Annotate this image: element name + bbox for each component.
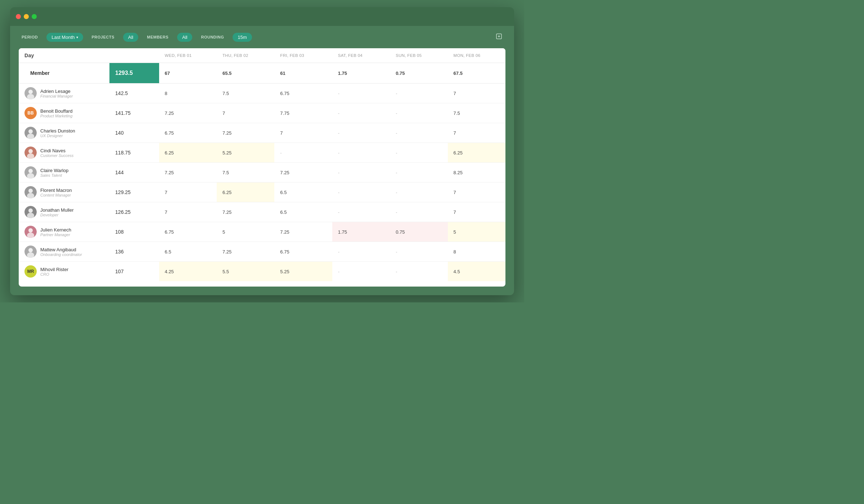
member-col3: 6.75 <box>274 242 332 262</box>
time-table: Day WED, FEB 01 THU, FEB 02 FRI, FEB 03 … <box>19 48 505 281</box>
member-total: 136 <box>109 242 159 262</box>
minimize-button[interactable] <box>24 14 29 19</box>
projects-label: PROJECTS <box>92 35 114 39</box>
members-picker[interactable]: All <box>177 33 192 42</box>
member-name: Julien Kernech <box>40 227 71 233</box>
member-col1: 6.75 <box>159 123 217 143</box>
member-col5: - <box>390 103 447 123</box>
member-name: Mihovil Rister <box>40 267 68 272</box>
member-col3: - <box>274 143 332 163</box>
member-col-label: Member <box>30 70 50 76</box>
member-col6: 8.25 <box>448 163 505 183</box>
member-col1: 8 <box>159 84 217 103</box>
rounding-value: 15m <box>238 35 247 40</box>
member-name-cell: Mattew AngibaudOnboarding coordinator <box>19 242 109 262</box>
table-row: Cindi NavesCustomer Success118.756.255.2… <box>19 143 505 163</box>
svg-point-19 <box>28 208 33 213</box>
svg-point-22 <box>28 228 33 233</box>
member-name-cell: Julien KernechPartner Manager <box>19 222 109 242</box>
member-col4: - <box>332 123 390 143</box>
member-col1: 7 <box>159 202 217 222</box>
rounding-picker[interactable]: 15m <box>233 33 252 42</box>
table-row: Charles DunstonUX Designer1406.757.257--… <box>19 123 505 143</box>
avatar <box>24 246 37 258</box>
member-col3: 7.25 <box>274 222 332 242</box>
member-total: 118.75 <box>109 143 159 163</box>
period-value: Last Month <box>51 35 75 40</box>
member-total: 141.75 <box>109 103 159 123</box>
member-col5: - <box>390 123 447 143</box>
member-col6: 4.5 <box>448 262 505 282</box>
period-picker[interactable]: Last Month ▾ <box>46 33 83 42</box>
members-label: MEMBERS <box>147 35 168 39</box>
member-col4: - <box>332 242 390 262</box>
member-col2: 7.25 <box>217 242 274 262</box>
member-col4: - <box>332 183 390 202</box>
member-col2: 7.5 <box>217 84 274 103</box>
member-col1: 6.5 <box>159 242 217 262</box>
col4-header: SAT, FEB 04 <box>332 48 390 63</box>
member-total: 107 <box>109 262 159 282</box>
member-col3: 6.5 <box>274 202 332 222</box>
member-total: 144 <box>109 163 159 183</box>
member-name-cell: MRMihovil RisterCRO <box>19 262 109 282</box>
member-name-cell: Adrien LesageFinancial Manager <box>19 84 109 103</box>
member-col5: - <box>390 163 447 183</box>
member-role: Customer Success <box>40 153 73 158</box>
member-name: Charles Dunston <box>40 128 75 134</box>
member-col2: 7.25 <box>217 202 274 222</box>
avatar <box>24 186 37 198</box>
member-role: Onboarding coordinator <box>40 252 82 257</box>
member-name-cell: Jonathan MullerDeveloper <box>19 202 109 222</box>
avatar <box>24 127 37 139</box>
member-role: Sales Talent <box>40 173 68 177</box>
fullscreen-button[interactable] <box>32 14 37 19</box>
member-role: Product Marketing <box>40 114 72 118</box>
member-col2: 5.5 <box>217 262 274 282</box>
member-name-cell: Cindi NavesCustomer Success <box>19 143 109 163</box>
table-container: Day WED, FEB 01 THU, FEB 02 FRI, FEB 03 … <box>19 48 505 287</box>
member-col2: 7.5 <box>217 163 274 183</box>
member-col2: 5 <box>217 222 274 242</box>
member-col3: 7.25 <box>274 163 332 183</box>
member-role: Financial Manager <box>40 94 73 98</box>
member-role: CRO <box>40 272 68 276</box>
table-row: Claire WarlopSales Talent1447.257.57.25-… <box>19 163 505 183</box>
avatar: BB <box>24 107 37 119</box>
export-button[interactable] <box>495 33 503 42</box>
member-col6: 8 <box>448 242 505 262</box>
member-role: Partner Manager <box>40 233 71 237</box>
col5-header: SUN, FEB 05 <box>390 48 447 63</box>
member-role: UX Designer <box>40 134 75 138</box>
table-row: Julien KernechPartner Manager1086.7557.2… <box>19 222 505 242</box>
member-col3: 7 <box>274 123 332 143</box>
rounding-label: ROUNDING <box>201 35 224 39</box>
member-col4: - <box>332 163 390 183</box>
main-content: Day WED, FEB 01 THU, FEB 02 FRI, FEB 03 … <box>10 48 514 295</box>
members-value: All <box>182 35 187 40</box>
projects-picker[interactable]: All <box>123 33 138 42</box>
member-name-cell: Florent MacronContent Manager <box>19 183 109 202</box>
member-col2: 7.25 <box>217 123 274 143</box>
table-row: Mattew AngibaudOnboarding coordinator136… <box>19 242 505 262</box>
member-name-cell: Claire WarlopSales Talent <box>19 163 109 183</box>
total-col-header <box>109 48 159 63</box>
member-col5: - <box>390 84 447 103</box>
member-col1: 7 <box>159 183 217 202</box>
member-col1: 6.25 <box>159 143 217 163</box>
member-col5: 0.75 <box>390 222 447 242</box>
member-col2: 5.25 <box>217 143 274 163</box>
avatar: MR <box>24 265 37 278</box>
table-row: BBBenoit BouffardProduct Marketing141.75… <box>19 103 505 123</box>
member-col3: 7.75 <box>274 103 332 123</box>
member-name: Claire Warlop <box>40 168 68 173</box>
member-total: 108 <box>109 222 159 242</box>
avatar <box>24 166 37 179</box>
avatar <box>24 147 37 159</box>
close-button[interactable] <box>16 14 21 19</box>
day-col-header: Day <box>19 48 109 63</box>
member-total: 129.25 <box>109 183 159 202</box>
svg-point-10 <box>28 149 33 153</box>
member-col3: 6.5 <box>274 183 332 202</box>
col2-header: THU, FEB 02 <box>217 48 274 63</box>
